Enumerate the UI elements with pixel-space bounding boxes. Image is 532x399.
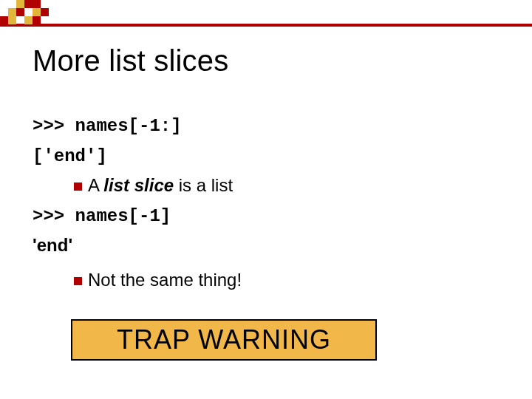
slide: More list slices >>> names[-1:] ['end'] … xyxy=(0,0,532,399)
slide-body: >>> names[-1:] ['end'] A list slice is a… xyxy=(33,111,491,295)
deco-square-icon xyxy=(33,8,41,16)
square-bullet-icon xyxy=(74,183,82,191)
deco-square-icon xyxy=(24,16,33,24)
deco-square-icon xyxy=(41,8,49,16)
deco-square-icon xyxy=(16,0,24,8)
deco-square-icon xyxy=(16,8,24,16)
bullet-2: Not the same thing! xyxy=(33,266,491,293)
code-line-1: >>> names[-1:] xyxy=(33,116,182,136)
trap-warning-banner: TRAP WARNING xyxy=(71,319,377,361)
bullet-1-text-emph: list slice xyxy=(103,175,174,195)
deco-square-icon xyxy=(8,8,16,16)
deco-square-icon xyxy=(33,0,41,8)
slide-title: More list slices xyxy=(33,44,228,78)
header-decoration xyxy=(0,0,532,30)
deco-square-icon xyxy=(8,16,16,24)
header-bar xyxy=(0,24,532,27)
deco-square-icon xyxy=(33,16,41,24)
bullet-2-text: Not the same thing! xyxy=(88,270,242,290)
code-output-1: ['end'] xyxy=(33,146,107,166)
code-line-2: >>> names[-1] xyxy=(33,206,171,226)
bullet-1-text-post: is a list xyxy=(174,175,233,195)
bullet-1-text-pre: A xyxy=(88,175,103,195)
deco-square-icon xyxy=(0,16,8,24)
deco-square-icon xyxy=(24,0,33,8)
code-output-2: 'end' xyxy=(33,235,72,255)
square-bullet-icon xyxy=(74,277,82,285)
bullet-1: A list slice is a list xyxy=(33,171,491,199)
